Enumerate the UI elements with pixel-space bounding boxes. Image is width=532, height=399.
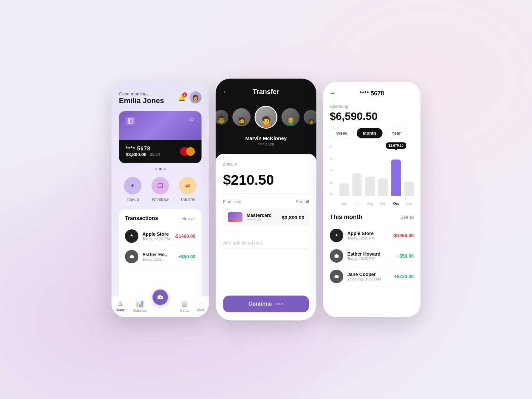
transfer-header: ← Transfer (216, 79, 316, 102)
cards-icon: ▦ (181, 300, 188, 308)
y-label-2k: 2k (330, 169, 334, 173)
fab-button[interactable] (152, 290, 168, 305)
this-month-see-all[interactable]: See all (400, 215, 414, 220)
stats-txn-1: Apple Store Today, 12:25 PM -$1460.00 (330, 225, 414, 246)
transaction-item-2: Esther Ho... Today, 13:2... +$50.00 (125, 247, 195, 267)
transfer-back-icon[interactable]: ← (222, 88, 228, 95)
from-card-label: From card (223, 200, 241, 204)
contact-md-1[interactable]: 🧔 (232, 108, 251, 126)
nav-statistics[interactable]: 📊 Statistics (133, 300, 146, 312)
tab-month[interactable]: Month (357, 128, 383, 138)
continue-arrows: >>> (275, 301, 283, 307)
card-wifi-icon (187, 117, 195, 125)
nav-cards[interactable]: ▦ Cards (180, 300, 189, 312)
home-label: Home (116, 308, 125, 312)
transaction-item-1: Apple Store Today, 12:25 PM -$1460.00 (125, 226, 195, 247)
svg-rect-7 (159, 295, 161, 297)
spending-label: Spending (330, 104, 414, 109)
tab-year[interactable]: Year (385, 128, 407, 138)
card-dot-3[interactable] (164, 168, 166, 170)
topup-button[interactable] (124, 177, 141, 194)
tab-week[interactable]: Week (330, 128, 354, 138)
contact-carousel: 👤 👨 🧔 🧑‍🦱 👨‍🦲 👩 👤 (216, 102, 316, 135)
stats-esther-time: Today, 13:20 PM (347, 257, 393, 261)
more-icon: ··· (198, 300, 204, 307)
stats-back-icon[interactable]: ← (330, 90, 336, 97)
nav-home[interactable]: ⌂ Home (116, 300, 125, 312)
apple-store-name: Apple Store (142, 231, 170, 237)
bar-nov (404, 145, 414, 196)
stats-esther-name: Esther Howard (347, 251, 393, 257)
x-label-jun: Jun (339, 202, 349, 206)
x-label-nov: Nov (404, 202, 414, 206)
bar-sep (378, 145, 388, 196)
spending-chart: 4k 3k 2k 1k 0 $2,67 (330, 145, 414, 206)
bar-aug (365, 145, 375, 196)
card-bottom: **** 5678 $3,800.00 05/24 (119, 140, 202, 163)
cards-label: Cards (180, 309, 189, 312)
greeting-text: Good morning, Emilia Jones (119, 91, 164, 105)
esther-info: Esther Ho... Today, 13:2... (142, 252, 174, 261)
bar-aug-fill (365, 177, 375, 196)
phone-statistics: ← **** 5678 Spending $6,590.50 Week Mont… (323, 82, 420, 317)
chart-x-labels: Jun Jul Aug Sep Oct Nov (339, 202, 414, 206)
stats-esther-amount: +$50.00 (397, 253, 414, 259)
transfer-title: Transfer (253, 88, 279, 96)
note-input[interactable]: Add additional note (223, 237, 309, 249)
chart-y-labels: 4k 3k 2k 1k 0 (330, 145, 334, 196)
bar-jul-fill (352, 173, 362, 196)
continue-button[interactable]: Continue >>> (223, 296, 309, 312)
card-item[interactable]: Mastercard **** 5678 $3,800.00 (223, 208, 309, 226)
statistics-icon: 📊 (136, 300, 144, 308)
card-expiry: 05/24 (150, 152, 160, 157)
this-month-header: This month See all (330, 214, 414, 221)
bell-wrapper[interactable]: 🔔 1 (178, 93, 186, 101)
withdraw-button[interactable] (151, 177, 169, 194)
good-morning-text: Good morning, (119, 91, 164, 96)
statistics-label: Statistics (133, 309, 146, 312)
apple-store-icon (125, 229, 138, 243)
esther-name: Esther Ho... (142, 252, 174, 257)
from-card-section: From card See all Mastercard **** 5678 $… (223, 199, 309, 232)
this-month-title: This month (330, 214, 362, 221)
transfer-button[interactable] (179, 177, 196, 194)
nav-more[interactable]: ··· More (197, 300, 205, 312)
transfer-label: Transfer (180, 197, 195, 202)
mc-orange-circle (186, 147, 195, 156)
stats-apple-time: Today, 12:25 PM (347, 236, 389, 240)
transactions-see-all[interactable]: See all (182, 216, 195, 221)
stats-jane-icon (330, 270, 343, 283)
x-label-sep: Sep (378, 202, 388, 206)
card-logo (126, 117, 135, 125)
x-label-oct: Oct (391, 202, 401, 206)
card-dot-1[interactable] (155, 168, 157, 170)
greeting-right: 🔔 1 👩 (178, 91, 202, 103)
esther-icon (125, 250, 138, 263)
contact-md-2[interactable]: 👨‍🦲 (281, 108, 300, 126)
amount-label: Amount (223, 162, 309, 167)
svg-rect-1 (129, 119, 130, 123)
card-balance: $3,800.00 (126, 152, 146, 157)
from-card-see-all[interactable]: See all (296, 199, 309, 204)
card-balance-right: $3,800.00 (282, 215, 304, 220)
contact-sm-2[interactable]: 👩 (304, 110, 316, 125)
greeting-row: Good morning, Emilia Jones 🔔 1 👩 (119, 91, 202, 105)
stats-txn-2: Esther Howard Today, 13:20 PM +$50.00 (330, 246, 414, 266)
svg-rect-5 (131, 255, 133, 256)
user-avatar: 👩 (189, 91, 202, 103)
stats-txn-3: Jane Cooper Yesterday, 10:20 AM +$230.00 (330, 266, 414, 287)
selected-contact-name: Marvin McKinney (216, 135, 316, 141)
continue-label: Continue (249, 301, 272, 307)
fab-spacer (154, 300, 172, 312)
stats-esther-info: Esther Howard Today, 13:20 PM (347, 251, 393, 261)
card-dot-2[interactable] (159, 168, 162, 170)
contact-sm-1[interactable]: 👨 (216, 110, 228, 125)
credit-card[interactable]: **** 5678 $3,800.00 05/24 (119, 111, 202, 163)
action-topup: Top-up (124, 177, 141, 202)
transactions-header: Transactions See all (125, 215, 195, 221)
contact-selected[interactable]: 🧑‍🦱 (255, 106, 277, 129)
selected-contact-number: **** 5628 (216, 142, 316, 147)
action-transfer: Transfer (179, 177, 196, 202)
bar-sep-fill (378, 178, 388, 196)
svg-rect-2 (158, 184, 163, 188)
